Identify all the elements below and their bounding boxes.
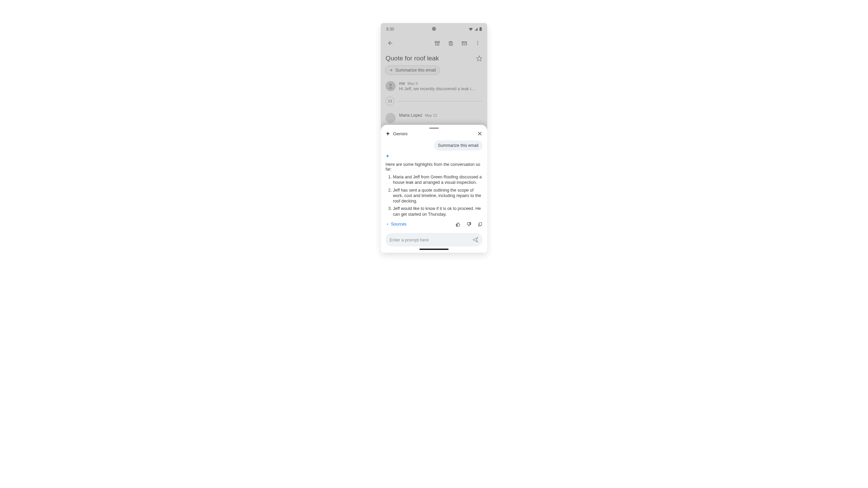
- status-icons: [469, 27, 482, 31]
- gemini-bottom-sheet: Gemini Summarize this email Here are som…: [381, 125, 487, 253]
- sources-feedback-row: Sources: [386, 222, 482, 227]
- user-prompt-pill: Summarize this email: [434, 140, 482, 151]
- user-prompt-text: Summarize this email: [438, 143, 478, 148]
- gemini-title: Gemini: [393, 131, 408, 136]
- gemini-response-spark-icon: [386, 154, 482, 158]
- back-arrow-icon[interactable]: [384, 37, 396, 49]
- gemini-spark-icon: [386, 131, 390, 136]
- message-body: Maria Lopez May 12: [399, 113, 482, 123]
- summary-list: Maria and Jeff from Green Roofing discus…: [386, 174, 482, 219]
- delete-icon[interactable]: [445, 37, 457, 49]
- thread-message[interactable]: Maria Lopez May 12: [381, 108, 487, 126]
- sources-toggle[interactable]: Sources: [386, 222, 407, 227]
- status-time: 9:30: [386, 27, 394, 32]
- summarize-email-chip[interactable]: Summarize this email: [385, 65, 440, 75]
- svg-point-1: [477, 43, 478, 43]
- wifi-icon: [469, 27, 473, 31]
- message-date: May 9: [408, 81, 418, 85]
- message-body: me May 9 Hi Jeff, we recently discovered…: [399, 81, 482, 91]
- more-options-icon[interactable]: [472, 37, 484, 49]
- message-sender: Maria Lopez: [399, 113, 422, 118]
- svg-point-0: [477, 41, 478, 42]
- summary-item: Jeff would like to know if it is ok to p…: [393, 206, 482, 217]
- thumbs-down-icon[interactable]: [467, 222, 472, 227]
- sheet-header: Gemini: [386, 131, 482, 138]
- thumbs-up-icon[interactable]: [455, 222, 460, 227]
- svg-point-2: [477, 44, 478, 45]
- gemini-title-row: Gemini: [386, 131, 408, 136]
- summary-intro: Here are some highlights from the conver…: [386, 162, 482, 172]
- email-subject: Quote for roof leak: [386, 55, 476, 62]
- signal-icon: [474, 27, 478, 31]
- collapsed-thread-indicator[interactable]: 13: [381, 94, 487, 108]
- camera-punch-hole: [432, 27, 436, 31]
- summary-item: Maria and Jeff from Green Roofing discus…: [393, 174, 482, 186]
- collapsed-count-badge: 13: [386, 97, 394, 105]
- prompt-input[interactable]: [390, 237, 472, 242]
- avatar: [386, 113, 396, 123]
- star-icon[interactable]: [476, 55, 482, 62]
- copy-icon[interactable]: [478, 222, 482, 227]
- drag-handle[interactable]: [429, 128, 439, 129]
- close-icon[interactable]: [477, 131, 482, 136]
- spark-icon: [389, 68, 393, 72]
- message-preview: Hi Jeff, we recently discovered a leak i…: [399, 86, 477, 91]
- prompt-input-row: [386, 233, 482, 247]
- message-date: May 12: [425, 113, 437, 117]
- sources-label: Sources: [391, 222, 407, 227]
- email-subject-row: Quote for roof leak: [381, 51, 487, 64]
- message-sender: me: [399, 81, 405, 86]
- divider-line: [397, 101, 482, 101]
- chevron-down-icon: [386, 222, 390, 226]
- summary-item: Jeff has sent a quote outlining the scop…: [393, 188, 482, 204]
- gmail-app-bar: [381, 35, 487, 51]
- battery-icon: [479, 27, 482, 31]
- summarize-chip-label: Summarize this email: [395, 68, 436, 73]
- phone-frame: 9:30: [381, 23, 487, 253]
- thread-message[interactable]: me May 9 Hi Jeff, we recently discovered…: [381, 78, 487, 94]
- avatar: [386, 81, 396, 91]
- mark-unread-icon[interactable]: [458, 37, 470, 49]
- home-indicator[interactable]: [419, 249, 449, 250]
- status-bar: 9:30: [381, 23, 487, 35]
- archive-icon[interactable]: [431, 37, 443, 49]
- send-icon[interactable]: [472, 237, 478, 243]
